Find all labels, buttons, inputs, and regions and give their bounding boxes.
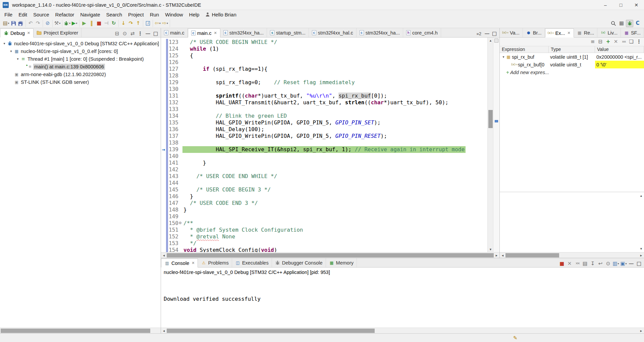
expression-value[interactable]: 0 '\0' [595,61,644,68]
code-text[interactable]: /** [182,220,194,227]
open-perspective-icon[interactable]: ▦ [618,20,625,27]
tab-project-explorer[interactable]: Project Explorer [34,28,82,37]
disconnect-icon[interactable]: ⊣ [103,20,110,27]
expression-value[interactable] [595,68,644,76]
expression-row[interactable]: ▾▦spi_rx_bufvolatile uint8_t [1]0x200000… [500,53,644,61]
step-into-icon[interactable]: ↓ [120,20,127,27]
maximize-icon[interactable]: □ [635,260,643,267]
tab-sf[interactable]: ▦SF... [621,28,644,37]
remove-all-launches-icon[interactable]: ✕✕ [574,260,581,267]
show-type-names-icon[interactable]: ≡ [589,38,596,46]
tab-overflow-icon[interactable]: »2 [475,31,483,36]
terminate-icon[interactable]: ■ [558,260,566,267]
debug-panel-hscrollbar[interactable] [0,328,161,333]
open-console-icon[interactable]: ▣▾ [620,260,627,267]
editor-horizontal-scrollbar[interactable]: ◄ ► [161,252,499,258]
debug-tree-item[interactable]: ▣arm-none-eabi-gdb (12.1.90.20220802) [0,70,161,78]
code-text[interactable]: // Blink the green LED [182,113,288,119]
menu-help[interactable]: Help [186,11,203,18]
background-tasks-icon[interactable]: ✎ [512,334,519,342]
new-icon[interactable]: ▤▾ [2,20,10,27]
menu-run[interactable]: Run [147,11,162,18]
word-wrap-icon[interactable]: ↩ [597,260,604,267]
breakpoint-ruler[interactable] [161,93,166,99]
expressions-hscrollbar[interactable]: ◄ ► [500,252,644,258]
breakpoint-ruler[interactable] [161,119,166,126]
breakpoint-ruler[interactable]: → [161,146,166,153]
overview-marker[interactable] [495,120,498,122]
code-text[interactable]: /* USER CODE BEGIN WHILE */ [182,39,278,46]
breakpoint-ruler[interactable] [161,240,166,247]
close-tab-icon[interactable]: ✕ [27,31,30,35]
scrollbar-thumb[interactable] [505,253,559,258]
code-text[interactable]: if (spi_rx_flag==1){ [182,66,268,72]
step-return-icon[interactable]: ↑ [135,20,142,27]
tab-re[interactable]: ▦Re... [574,28,598,37]
forward-icon[interactable]: ⇨▾ [161,20,169,27]
breakpoint-ruler[interactable] [161,46,166,52]
dropdown-arrow-icon[interactable]: ▾ [59,22,60,25]
minimize-icon[interactable]: — [483,30,491,37]
save-icon[interactable] [10,20,17,27]
breakpoint-ruler[interactable] [161,52,166,59]
dropdown-arrow-icon[interactable]: ▾ [8,22,9,25]
scroll-right-icon[interactable]: ► [494,252,499,258]
tab-main-c[interactable]: cmain.c [161,28,188,37]
user-menu[interactable]: Hello Brian [202,11,239,18]
breakpoint-ruler[interactable] [161,213,166,220]
breakpoint-ruler[interactable] [161,79,166,86]
tab-startup-stm[interactable]: sstartup_stm... [267,28,309,37]
menu-file[interactable]: File [1,11,15,18]
tab-debug[interactable]: Debug✕ [0,28,34,38]
breakpoint-ruler[interactable] [161,227,166,233]
breakpoint-ruler[interactable] [161,173,166,180]
close-tab-icon[interactable]: ✕ [192,261,195,265]
code-text[interactable]: spi_rx_flag=0; // Reset flag immediately [182,79,356,86]
tab-liv[interactable]: (x)Liv... [597,28,621,37]
pin-view-icon[interactable]: ⊙ [121,30,128,37]
code-text[interactable]: HAL_SPI_Receive_IT(&hspi2, spi_rx_buf, 1… [182,146,466,153]
tab-core-cm4-h[interactable]: hcore_cm4.h [403,28,441,37]
menu-refactor[interactable]: Refactor [52,11,77,18]
console-text-area[interactable]: nucleo-f401re-spi-slave_v1_0_0 Debug [ST… [161,268,644,328]
annotation-options-icon[interactable] [494,39,498,43]
expand-arrow-icon[interactable]: ▾ [501,55,506,59]
scroll-right-icon[interactable]: ► [638,252,644,258]
tab-console[interactable]: ▥Console✕ [161,259,198,268]
breakpoint-ruler[interactable] [161,220,166,227]
menu-source[interactable]: Source [30,11,52,18]
scroll-right-icon[interactable]: ► [638,328,644,334]
scrollbar-thumb[interactable] [167,253,494,258]
view-menu-icon[interactable]: ⋮ [635,38,643,46]
tab-stm32f4xx-ha[interactable]: cstm32f4xx_ha... [220,28,267,37]
breakpoint-ruler[interactable] [161,247,166,252]
breakpoint-ruler[interactable] [161,113,166,119]
remove-launch-icon[interactable]: ✕ [566,260,573,267]
dropdown-arrow-icon[interactable]: ▾ [69,22,70,25]
tab-br[interactable]: ●Br... [523,28,545,37]
collapse-all-icon[interactable]: ⊟ [113,30,121,37]
debug-tree-item[interactable]: ≡▸main() at main.c:139 0x8000606 [0,63,161,70]
breakpoint-ruler[interactable] [161,186,166,193]
restart-icon[interactable]: ↻ [110,20,117,27]
clear-console-icon[interactable]: ▤ [581,260,589,267]
tab-executables[interactable]: ◫Executables [232,258,272,267]
dropdown-arrow-icon[interactable]: ▾ [76,22,77,25]
display-selected-console-icon[interactable]: ▥▾ [612,260,620,267]
code-text[interactable] [182,166,184,173]
code-text[interactable] [182,139,184,146]
debug-tree-item[interactable]: ▾≡Thread #1 [main] 1 [core: 0] (Suspende… [0,55,161,63]
breakpoint-ruler[interactable] [161,133,166,139]
debug-tree-item[interactable]: ▾▦nucleo-f401re-spi-slave_v1_0_0.elf [co… [0,47,161,55]
scrollbar-thumb[interactable] [1,329,150,333]
scroll-lock-icon[interactable]: ↧ [589,260,596,267]
fold-collapse-icon[interactable]: ⊖ [178,220,182,227]
undo-icon[interactable]: ↶ [27,20,34,27]
back-icon[interactable]: ⇦▾ [154,20,161,27]
breakpoint-ruler[interactable] [161,207,166,213]
code-text[interactable] [182,213,184,220]
breakpoint-ruler[interactable] [161,99,166,106]
breakpoint-ruler[interactable] [161,166,166,173]
close-window-button[interactable]: ✕ [629,0,644,10]
column-type[interactable]: Type [549,46,595,53]
